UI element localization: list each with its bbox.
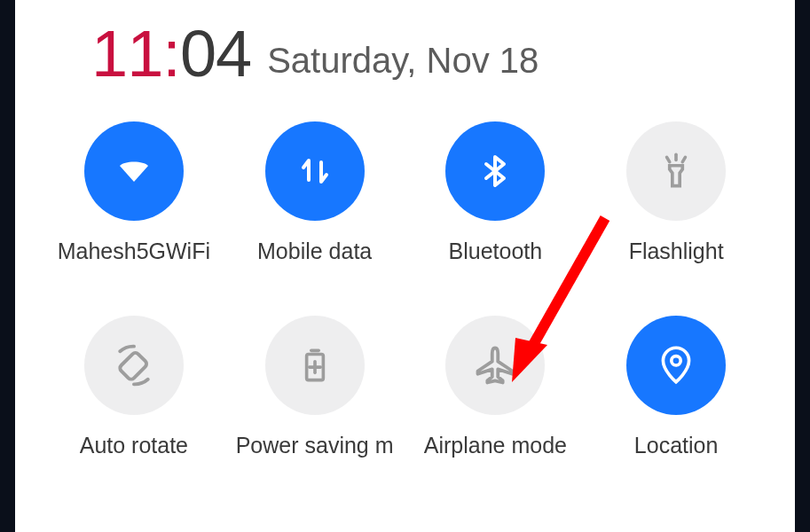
- status-header: 11:04 Saturday, Nov 18: [15, 0, 795, 91]
- svg-line-1: [667, 157, 670, 161]
- svg-point-8: [672, 356, 680, 365]
- auto-rotate-icon: [84, 316, 184, 415]
- flashlight-icon: [626, 121, 726, 221]
- flashlight-label: Flashlight: [629, 239, 724, 264]
- clock: 11:04: [91, 16, 251, 91]
- svg-line-2: [682, 157, 685, 161]
- auto-rotate-tile[interactable]: Auto rotate: [43, 316, 224, 458]
- date-label: Saturday, Nov 18: [267, 41, 539, 81]
- wifi-tile[interactable]: Mahesh5GWiFi: [43, 121, 224, 264]
- mobile-data-label: Mobile data: [257, 239, 372, 264]
- airplane-mode-tile[interactable]: Airplane mode: [405, 316, 586, 458]
- battery-plus-icon: [265, 316, 365, 415]
- clock-hour: 11: [91, 17, 162, 90]
- airplane-mode-label: Airplane mode: [424, 433, 567, 458]
- quick-tiles-grid: Mahesh5GWiFi Mobile data Bluetooth: [15, 91, 795, 458]
- mobile-data-icon: [265, 121, 365, 221]
- location-pin-icon: [626, 316, 726, 415]
- auto-rotate-label: Auto rotate: [80, 433, 188, 458]
- wifi-icon: [84, 121, 184, 221]
- power-saving-tile[interactable]: Power saving m: [224, 316, 405, 458]
- bluetooth-label: Bluetooth: [449, 239, 543, 264]
- bluetooth-icon: [445, 121, 545, 221]
- svg-rect-3: [118, 351, 147, 380]
- quick-settings-panel: 11:04 Saturday, Nov 18 Mahesh5GWiFi Mobi…: [15, 0, 795, 532]
- airplane-icon: [445, 316, 545, 415]
- clock-colon: :: [162, 17, 180, 90]
- flashlight-tile[interactable]: Flashlight: [586, 121, 767, 264]
- power-saving-label: Power saving m: [236, 433, 394, 458]
- location-label: Location: [634, 433, 719, 458]
- wifi-label: Mahesh5GWiFi: [58, 239, 210, 264]
- clock-minute: 04: [180, 17, 251, 90]
- mobile-data-tile[interactable]: Mobile data: [224, 121, 405, 264]
- location-tile[interactable]: Location: [586, 316, 767, 458]
- bluetooth-tile[interactable]: Bluetooth: [405, 121, 586, 264]
